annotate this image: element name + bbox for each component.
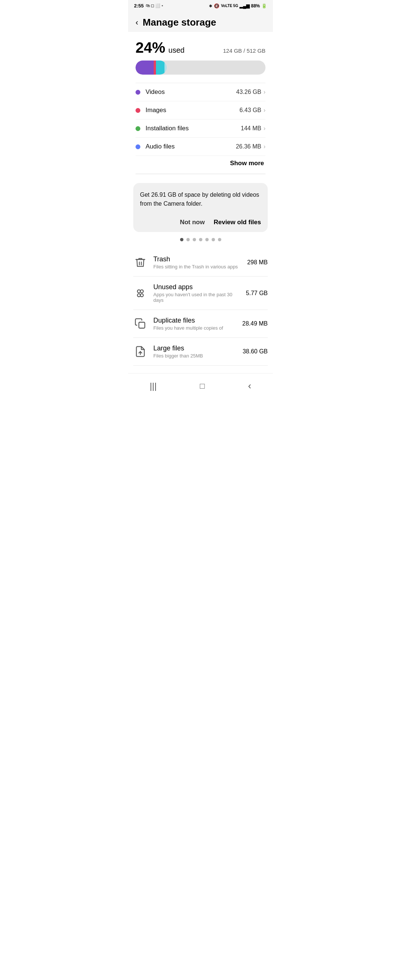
dot-2[interactable] <box>186 238 190 241</box>
storage-items-list: Videos 43.26 GB › Images 6.43 GB › Insta… <box>135 83 266 156</box>
storage-item-videos[interactable]: Videos 43.26 GB › <box>135 83 266 101</box>
nav-recent-button[interactable]: ||| <box>150 381 157 391</box>
videos-chevron: › <box>264 89 266 95</box>
videos-dot <box>135 90 140 95</box>
nav-home-button[interactable]: □ <box>200 381 205 391</box>
suggestion-card: Get 26.91 GB of space by deleting old vi… <box>133 183 268 232</box>
svg-point-1 <box>140 290 143 293</box>
trash-size: 298 MB <box>247 259 268 266</box>
list-item-unused-apps[interactable]: Unused apps Apps you haven't used in the… <box>133 277 268 310</box>
audio-label: Audio files <box>146 143 236 150</box>
suggestion-text: Get 26.91 GB of space by deleting old vi… <box>140 191 261 208</box>
audio-chevron: › <box>264 143 266 150</box>
mute-icon: 🔇 <box>214 3 220 8</box>
nav-back-button[interactable]: ‹ <box>248 380 251 391</box>
trash-icon <box>133 255 147 269</box>
main-content: 24% used 124 GB / 512 GB Videos 43.26 GB… <box>128 32 273 174</box>
svg-rect-4 <box>139 322 145 328</box>
storage-item-audio[interactable]: Audio files 26.36 MB › <box>135 138 266 156</box>
duplicate-files-info: Duplicate files Files you have multiple … <box>153 317 237 331</box>
back-button[interactable]: ‹ <box>135 19 138 27</box>
duplicate-files-icon <box>133 317 147 331</box>
status-right: ∗ 🔇 VoLTE 5G ▂▄▆ 88% 🔋 <box>208 3 267 8</box>
battery-percent: 88% <box>251 3 260 8</box>
storage-item-installation[interactable]: Installation files 144 MB › <box>135 119 266 138</box>
list-item-duplicate-files[interactable]: Duplicate files Files you have multiple … <box>133 310 268 338</box>
usage-total: 124 GB / 512 GB <box>223 48 266 54</box>
unused-apps-info: Unused apps Apps you haven't used in the… <box>153 283 240 303</box>
cleanup-list: Trash Files sitting in the Trash in vari… <box>128 249 273 366</box>
audio-dot <box>135 145 140 149</box>
usage-summary: 24% used 124 GB / 512 GB <box>135 39 266 56</box>
installation-chevron: › <box>264 125 266 132</box>
status-left: 2:55 🛍 ◻ ⬜ • <box>134 3 163 8</box>
bar-audio <box>164 60 167 75</box>
dot-3[interactable] <box>193 238 196 241</box>
bar-other <box>156 60 164 75</box>
duplicate-files-subtitle: Files you have multiple copies of <box>153 325 237 331</box>
audio-size: 26.36 MB <box>236 143 261 150</box>
svg-point-3 <box>140 294 143 297</box>
review-old-files-button[interactable]: Review old files <box>213 219 261 226</box>
network-icon: VoLTE 5G <box>221 4 238 8</box>
not-now-button[interactable]: Not now <box>180 219 205 226</box>
large-files-icon <box>133 345 147 359</box>
unused-apps-title: Unused apps <box>153 283 240 291</box>
storage-item-images[interactable]: Images 6.43 GB › <box>135 101 266 119</box>
usage-percent: 24% <box>135 39 165 56</box>
status-app-icons: 🛍 ◻ ⬜ • <box>146 3 163 8</box>
usage-label: used <box>169 46 185 54</box>
large-files-size: 38.60 GB <box>242 348 268 355</box>
images-size: 6.43 GB <box>239 107 261 114</box>
videos-size: 43.26 GB <box>236 89 261 95</box>
list-item-trash[interactable]: Trash Files sitting in the Trash in vari… <box>133 249 268 277</box>
installation-size: 144 MB <box>241 125 261 132</box>
status-bar: 2:55 🛍 ◻ ⬜ • ∗ 🔇 VoLTE 5G ▂▄▆ 88% 🔋 <box>128 0 273 10</box>
installation-label: Installation files <box>146 125 241 132</box>
dot-5[interactable] <box>205 238 208 241</box>
bar-videos <box>135 60 154 75</box>
unused-apps-subtitle: Apps you haven't used in the past 30 day… <box>153 292 240 303</box>
installation-dot <box>135 126 140 131</box>
videos-label: Videos <box>146 88 236 96</box>
suggestion-actions: Not now Review old files <box>140 219 261 226</box>
trash-subtitle: Files sitting in the Trash in various ap… <box>153 264 241 269</box>
page-title: Manage storage <box>143 17 216 28</box>
show-more-row: Show more <box>135 156 266 174</box>
large-files-title: Large files <box>153 345 237 352</box>
large-files-info: Large files Files bigger than 25MB <box>153 345 237 359</box>
header: ‹ Manage storage <box>128 10 273 32</box>
duplicate-files-title: Duplicate files <box>153 317 237 325</box>
nav-bar: ||| □ ‹ <box>128 373 273 396</box>
images-label: Images <box>146 107 239 114</box>
dot-7[interactable] <box>218 238 221 241</box>
carousel-dots <box>128 238 273 241</box>
unused-apps-icon <box>133 286 147 300</box>
battery-icon: 🔋 <box>261 3 267 8</box>
trash-info: Trash Files sitting in the Trash in vari… <box>153 255 241 269</box>
storage-bar <box>135 60 167 75</box>
dot-4[interactable] <box>199 238 202 241</box>
large-files-subtitle: Files bigger than 25MB <box>153 353 237 359</box>
usage-percent-block: 24% used <box>135 39 185 56</box>
images-chevron: › <box>264 107 266 114</box>
storage-bar-container <box>135 60 266 75</box>
images-dot <box>135 108 140 113</box>
duplicate-files-size: 28.49 MB <box>242 320 268 327</box>
svg-point-0 <box>137 290 140 293</box>
show-more-button[interactable]: Show more <box>230 160 264 167</box>
svg-point-2 <box>137 294 140 297</box>
signal-icon: ▂▄▆ <box>239 3 250 8</box>
bluetooth-icon: ∗ <box>208 3 212 8</box>
dot-6[interactable] <box>212 238 215 241</box>
status-time: 2:55 <box>134 3 144 8</box>
unused-apps-size: 5.77 GB <box>246 290 268 297</box>
dot-1[interactable] <box>180 238 183 241</box>
trash-title: Trash <box>153 255 241 263</box>
list-item-large-files[interactable]: Large files Files bigger than 25MB 38.60… <box>133 338 268 366</box>
